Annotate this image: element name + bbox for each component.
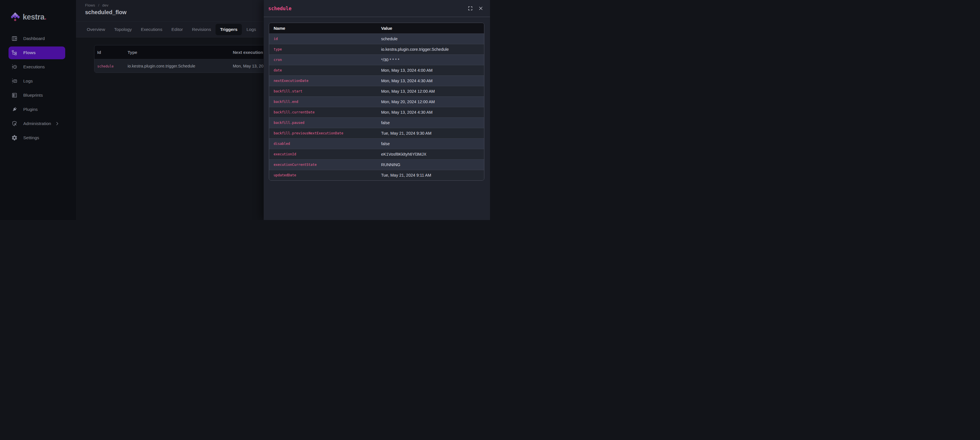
property-value: Mon, May 13, 2024 4:00 AM <box>377 68 484 73</box>
property-name: type <box>269 47 377 51</box>
property-value: eK1Vosf8Kkltyh6Yl3MJX <box>377 152 484 157</box>
trigger-id-link[interactable]: schedule <box>97 64 114 68</box>
table-row-date: date Mon, May 13, 2024 4:00 AM <box>269 65 484 75</box>
property-name: backfill.paused <box>269 121 377 125</box>
breadcrumb-separator: / <box>98 3 99 7</box>
table-row-backfill-start: backfill.start Mon, May 13, 2024 12:00 A… <box>269 86 484 96</box>
sidebar-item-label: Blueprints <box>23 93 43 98</box>
close-icon[interactable] <box>478 6 483 11</box>
column-header-value: Value <box>377 26 484 31</box>
property-value: io.kestra.plugin.core.trigger.Schedule <box>377 47 484 52</box>
table-row-disabled: disabled false <box>269 138 484 149</box>
tab-triggers[interactable]: Triggers <box>215 24 242 35</box>
sidebar-item-label: Logs <box>23 79 33 84</box>
sidebar-item-administration[interactable]: Administration <box>0 116 76 131</box>
property-value: Tue, May 21, 2024 9:11 AM <box>377 173 484 178</box>
table-row-cron: cron */30 * * * * <box>269 54 484 65</box>
property-value: false <box>377 121 484 125</box>
flows-icon <box>11 49 18 56</box>
sidebar-item-dashboard[interactable]: Dashboard <box>0 32 76 46</box>
sidebar-item-flows[interactable]: Flows <box>0 46 76 60</box>
tab-overview[interactable]: Overview <box>82 24 110 35</box>
tab-executions[interactable]: Executions <box>137 24 167 35</box>
properties-table-body: id schedule type io.kestra.plugin.core.t… <box>269 33 484 180</box>
property-name: disabled <box>269 142 377 146</box>
kestra-logo[interactable]: kestra. <box>11 11 46 23</box>
logs-icon <box>11 78 18 84</box>
tab-revisions[interactable]: Revisions <box>188 24 215 35</box>
table-row-backfill-previousNextExecutionDate: backfill.previousNextExecutionDate Tue, … <box>269 128 484 138</box>
tab-topology[interactable]: Topology <box>110 24 137 35</box>
property-value: false <box>377 141 484 146</box>
sidebar-item-executions[interactable]: Executions <box>0 60 76 74</box>
kestra-app: kestra. Dashboard <box>0 0 490 220</box>
plugins-icon <box>11 106 18 113</box>
sidebar-nav: Dashboard Flows <box>0 32 76 145</box>
table-row-executionId: executionId eK1Vosf8Kkltyh6Yl3MJX <box>269 149 484 159</box>
sidebar-item-plugins[interactable]: Plugins <box>0 102 76 116</box>
property-name: date <box>269 68 377 72</box>
property-name: backfill.previousNextExecutionDate <box>269 131 377 135</box>
logo-dot: . <box>45 13 47 22</box>
tab-logs[interactable]: Logs <box>242 24 261 35</box>
table-row-backfill-paused: backfill.paused false <box>269 118 484 128</box>
trigger-properties-table: Name Value id schedule type io.kestra.pl… <box>269 23 484 181</box>
drawer-title: schedule <box>268 6 468 11</box>
page-title: scheduled_flow <box>85 9 126 16</box>
property-value: RUNNING <box>377 162 484 167</box>
table-row-backfill-currentDate: backfill.currentDate Mon, May 13, 2024 4… <box>269 107 484 118</box>
gear-icon <box>11 135 18 141</box>
property-name: id <box>269 37 377 41</box>
column-header-id: Id <box>94 50 127 55</box>
kestra-logo-icon <box>11 12 20 22</box>
trigger-detail-drawer: schedule Name Value <box>263 0 490 220</box>
property-name: backfill.currentDate <box>269 110 377 114</box>
property-name: executionCurrentState <box>269 163 377 167</box>
table-row-backfill-end: backfill.end Mon, May 20, 2024 12:00 AM <box>269 96 484 107</box>
property-value: Mon, May 20, 2024 12:00 AM <box>377 100 484 104</box>
chevron-right-icon <box>55 121 60 126</box>
logo-wordmark: kestra <box>23 13 45 22</box>
table-row-executionCurrentState: executionCurrentState RUNNING <box>269 159 484 170</box>
property-name: cron <box>269 58 377 62</box>
sidebar-item-settings[interactable]: Settings <box>0 131 76 145</box>
column-header-name: Name <box>269 26 377 31</box>
sidebar-item-logs[interactable]: Logs <box>0 74 76 88</box>
blueprints-icon <box>11 92 18 98</box>
breadcrumb-flows[interactable]: Flows <box>85 3 95 7</box>
property-name: executionId <box>269 152 377 156</box>
drawer-header: schedule <box>264 0 490 17</box>
table-row-id: id schedule <box>269 33 484 44</box>
property-value: Tue, May 21, 2024 9:30 AM <box>377 131 484 135</box>
administration-shield-account-icon <box>11 121 18 127</box>
property-value: Mon, May 13, 2024 4:30 AM <box>377 79 484 83</box>
property-name: nextExecutionDate <box>269 79 377 83</box>
sidebar-item-label: Plugins <box>23 107 38 112</box>
property-name: updatedDate <box>269 173 377 177</box>
column-header-type: Type <box>127 50 233 55</box>
sidebar-item-label: Settings <box>23 135 39 140</box>
property-value: Mon, May 13, 2024 4:30 AM <box>377 110 484 114</box>
tab-editor[interactable]: Editor <box>167 24 188 35</box>
breadcrumb-namespace[interactable]: dev <box>102 3 108 7</box>
breadcrumb: Flows / dev <box>85 3 108 7</box>
property-name: backfill.start <box>269 89 377 93</box>
table-row-type: type io.kestra.plugin.core.trigger.Sched… <box>269 44 484 54</box>
sidebar-item-label: Executions <box>23 64 45 70</box>
trigger-type-cell: io.kestra.plugin.core.trigger.Schedule <box>127 64 233 68</box>
property-name: backfill.end <box>269 100 377 104</box>
table-row-nextExecutionDate: nextExecutionDate Mon, May 13, 2024 4:30… <box>269 75 484 86</box>
property-value: schedule <box>377 37 484 41</box>
property-value: Mon, May 13, 2024 12:00 AM <box>377 89 484 94</box>
table-row-updatedDate: updatedDate Tue, May 21, 2024 9:11 AM <box>269 170 484 180</box>
sidebar-item-label: Administration <box>23 121 51 126</box>
sidebar-item-blueprints[interactable]: Blueprints <box>0 88 76 102</box>
sidebar-item-label: Dashboard <box>23 36 45 41</box>
executions-icon <box>11 64 18 70</box>
dashboard-icon <box>11 35 18 42</box>
sidebar: kestra. Dashboard <box>0 0 76 220</box>
sidebar-item-label: Flows <box>23 50 36 55</box>
expand-fullscreen-icon[interactable] <box>468 6 473 11</box>
properties-table-header: Name Value <box>269 23 484 33</box>
property-value: */30 * * * * <box>377 57 484 62</box>
